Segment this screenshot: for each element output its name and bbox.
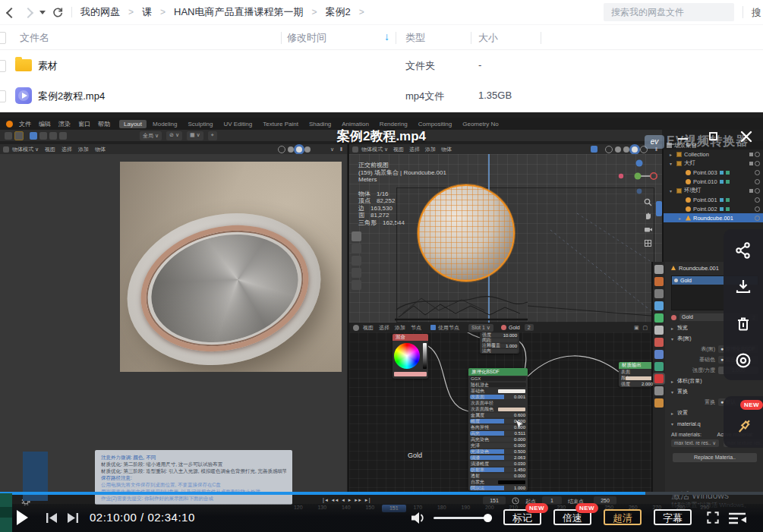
select-all-checkbox[interactable] [0, 32, 6, 44]
search-input[interactable] [604, 3, 734, 21]
left-viewport-menus: 物体模式 ∨视图选择添加物体 [12, 146, 106, 153]
col-header-type[interactable]: 类型 [405, 31, 425, 45]
subtitle-button[interactable]: 字幕 [654, 509, 692, 525]
share-icon[interactable] [734, 241, 752, 260]
file-row[interactable]: 案例2教程.mp4 mp4文件 1.35GB [0, 80, 763, 111]
sort-descending-icon[interactable]: ↓ [384, 30, 389, 42]
col-divider [396, 32, 396, 44]
visibility-icon [755, 197, 760, 203]
object-name: Roundcube.001 [679, 265, 719, 272]
play-button[interactable] [17, 510, 28, 525]
refresh-icon[interactable] [52, 6, 64, 18]
outliner-item-label: 环境灯 [684, 187, 702, 194]
outliner-tree: ▸ Collection ▾ 大灯 [664, 150, 763, 222]
properties-tab-strip [653, 262, 665, 492]
navigation-gizmo [616, 157, 662, 197]
restore-button[interactable] [709, 132, 717, 140]
history-dropdown-icon[interactable] [39, 11, 46, 14]
breadcrumb-item[interactable]: HAN电商产品直播课程第一期 [174, 5, 303, 19]
file-type-icon [15, 87, 32, 104]
video-progress-track[interactable] [0, 492, 763, 495]
data-mini-icon [726, 171, 730, 175]
browse-material-icon [671, 315, 676, 320]
speed-new-badge: NEW [575, 503, 598, 513]
app-window: 我的网盘 > 课 > HAN电商产品直播课程第一期 > 案例2 > 搜 文件名 … [0, 0, 763, 532]
principled-node-header: 原理化BSDF [468, 368, 528, 376]
viewport-caret: ∨ [330, 146, 334, 153]
blender-workspace-tab: UV Editing [219, 120, 257, 128]
breadcrumb: 我的网盘 > 课 > HAN电商产品直播课程第一期 > 案例2 > [80, 0, 373, 24]
col-header-size[interactable]: 大小 [478, 31, 498, 45]
col-header-time[interactable]: 修改时间 [287, 31, 326, 45]
modifier-mini-icon [720, 207, 724, 211]
blender-workspace-tab: Geometry No [458, 120, 503, 128]
viewport-menu-item: 添加 [425, 146, 436, 153]
file-type: 文件夹 [405, 59, 435, 73]
volume-icon[interactable] [410, 512, 427, 524]
player-control-bar: 02:10:00 / 02:34:10 [0, 504, 763, 532]
pin-icon[interactable] [733, 416, 755, 437]
viewport-menu-item: 选择 [409, 146, 420, 153]
row-checkbox[interactable] [0, 90, 6, 102]
file-type: mp4文件 [405, 90, 444, 103]
forward-icon[interactable] [23, 8, 33, 18]
outliner-item-label: Collection [684, 151, 709, 158]
principled-node-rows: GGX 随机游走 基础色 次表面0.001 [468, 376, 528, 491]
viewport-menu-item: 物体模式 ∨ [361, 146, 388, 153]
viewport-menu-item: 选择 [61, 146, 72, 153]
replace-material-button: Replace Materia.. [673, 453, 757, 462]
use-nodes-checkbox [430, 325, 436, 330]
next-button[interactable] [65, 512, 80, 524]
outliner-item-icon [686, 179, 691, 184]
blender-menu-item: 渲染 [58, 120, 71, 128]
fullscreen-button[interactable] [705, 510, 720, 525]
shading-mode-icons [605, 146, 648, 153]
row-checkbox[interactable] [0, 60, 6, 72]
shader-editor-header: 视图选择添加节点 使用节点 Slot 1 ∨ Gold 2 ▣▢✕ [348, 323, 662, 332]
video-player[interactable]: 文件编辑渲染窗口帮助 LayoutModelingSculptingUV Edi… [0, 112, 763, 532]
col-header-name[interactable]: 文件名 [20, 31, 49, 45]
viewport-menu-item: 物体 [95, 146, 106, 153]
delete-icon[interactable] [734, 315, 752, 333]
record-icon[interactable] [734, 351, 752, 370]
file-type-icon [15, 59, 32, 71]
blender-menu-item: 帮助 [98, 120, 110, 128]
playlist-button[interactable] [727, 511, 747, 525]
file-row[interactable]: 素材 文件夹 - [0, 50, 763, 80]
left-viewport-header: 物体模式 ∨视图选择添加物体 ∨ ‖ [0, 144, 347, 154]
outliner-row: Point.002 [664, 204, 763, 213]
download-icon[interactable] [734, 278, 752, 296]
viewport-tool-column [352, 231, 361, 292]
file-size: 1.35GB [478, 90, 512, 101]
right-viewport-header: 物体模式 ∨视图选择添加物体 ‖ [348, 144, 662, 154]
minimize-button[interactable] [678, 138, 688, 140]
quality-button[interactable]: 超清 [604, 509, 642, 525]
back-icon[interactable] [6, 8, 17, 18]
pan-tool-icon [644, 212, 652, 220]
output-node-rows: 表面 颜色 强度2.000 [619, 369, 655, 387]
outliner-item-label: Roundcube.001 [693, 215, 733, 222]
file-name[interactable]: 素材 [38, 59, 58, 73]
previous-button[interactable] [44, 512, 59, 524]
search-button[interactable]: 搜 [752, 6, 761, 20]
addon-select-all: max text. re res.. ∨ [671, 439, 719, 447]
timeline-channel-strip [0, 493, 12, 532]
breadcrumb-item[interactable]: 案例2 [326, 5, 351, 19]
render-checkbox [749, 189, 753, 193]
breadcrumb-item[interactable]: 我的网盘 [80, 5, 120, 19]
shading-mode-icons [278, 146, 311, 153]
volume-knob[interactable] [484, 514, 492, 522]
node-tree-label: Gold [408, 452, 422, 459]
material-users-count: 2 [525, 324, 534, 331]
blender-menus: 文件编辑渲染窗口帮助 [19, 120, 110, 128]
file-name[interactable]: 案例2教程.mp4 [38, 90, 105, 103]
col-divider [281, 32, 282, 44]
note-line: 材质优化: 第二阶段: 缩小通用尺寸, 这一步可以试验布置 [101, 461, 286, 467]
search-divider [743, 6, 743, 18]
material-icon [501, 325, 506, 330]
close-button[interactable] [738, 128, 755, 145]
breadcrumb-item[interactable]: 课 [142, 5, 152, 19]
zoom-tool-icon [644, 198, 652, 206]
shader-menu-item: 视图 [363, 324, 374, 332]
outliner-item-label: Point.003 [693, 169, 717, 176]
